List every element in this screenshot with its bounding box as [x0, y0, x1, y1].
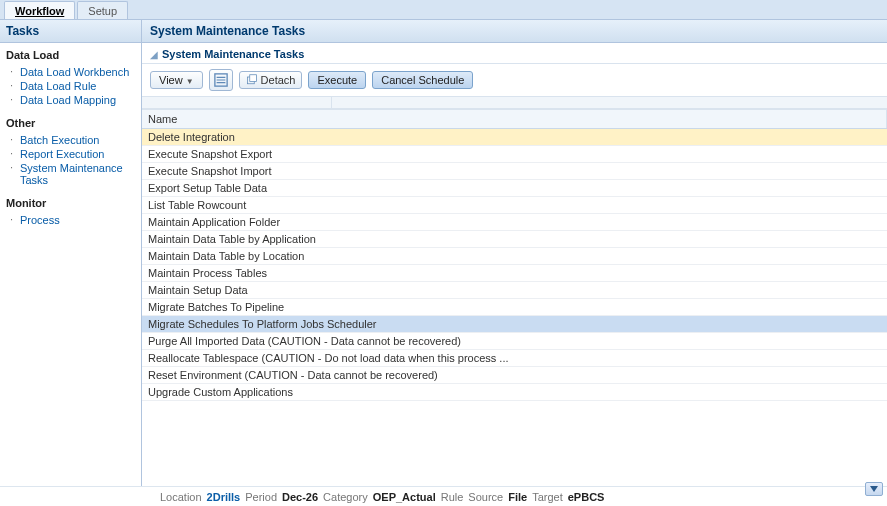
table-row[interactable]: Upgrade Custom Applications: [142, 384, 887, 401]
sidebar-item-system-maintenance-tasks[interactable]: System Maintenance Tasks: [6, 161, 141, 187]
sidebar-link[interactable]: Data Load Workbench: [20, 66, 129, 78]
table-row[interactable]: Maintain Data Table by Location: [142, 248, 887, 265]
sidebar-link[interactable]: Process: [20, 214, 60, 226]
task-name-cell[interactable]: Maintain Application Folder: [142, 214, 887, 231]
task-name-cell[interactable]: Delete Integration: [142, 129, 887, 146]
table-row[interactable]: Export Setup Table Data: [142, 180, 887, 197]
detach-button[interactable]: Detach: [239, 71, 303, 89]
table-row[interactable]: Purge All Imported Data (CAUTION - Data …: [142, 333, 887, 350]
detach-icon: [246, 74, 258, 86]
table-row[interactable]: Execute Snapshot Export: [142, 146, 887, 163]
sidebar-link[interactable]: Batch Execution: [20, 134, 100, 146]
refresh-icon-button[interactable]: [209, 69, 233, 91]
panel-subtitle: System Maintenance Tasks: [162, 48, 304, 60]
sidebar-item-batch-execution[interactable]: Batch Execution: [6, 133, 141, 147]
task-name-cell[interactable]: Maintain Setup Data: [142, 282, 887, 299]
status-target-value[interactable]: ePBCS: [568, 491, 605, 503]
sidebar-link[interactable]: Data Load Rule: [20, 80, 96, 92]
status-period-label: Period: [245, 491, 277, 503]
panel-title: System Maintenance Tasks: [142, 20, 887, 43]
status-bar: Location 2Drills Period Dec-26 Category …: [0, 486, 887, 506]
task-name-cell[interactable]: Migrate Batches To Pipeline: [142, 299, 887, 316]
sidebar-link[interactable]: System Maintenance Tasks: [20, 162, 123, 186]
sidebar-item-data-load-workbench[interactable]: Data Load Workbench: [6, 65, 141, 79]
status-location-label: Location: [160, 491, 202, 503]
task-name-cell[interactable]: Reallocate Tablespace (CAUTION - Do not …: [142, 350, 887, 367]
status-location-value[interactable]: 2Drills: [207, 491, 241, 503]
table-row[interactable]: Reset Environment (CAUTION - Data cannot…: [142, 367, 887, 384]
task-name-cell[interactable]: Reset Environment (CAUTION - Data cannot…: [142, 367, 887, 384]
status-source-value[interactable]: File: [508, 491, 527, 503]
table-row[interactable]: List Table Rowcount: [142, 197, 887, 214]
status-rule-label: Rule: [441, 491, 464, 503]
table-row[interactable]: Reallocate Tablespace (CAUTION - Do not …: [142, 350, 887, 367]
table-row[interactable]: Maintain Data Table by Application: [142, 231, 887, 248]
task-name-cell[interactable]: Maintain Data Table by Location: [142, 248, 887, 265]
sidebar-item-report-execution[interactable]: Report Execution: [6, 147, 141, 161]
sidebar-item-data-load-mapping[interactable]: Data Load Mapping: [6, 93, 141, 107]
table-row[interactable]: Maintain Setup Data: [142, 282, 887, 299]
table-row[interactable]: Maintain Application Folder: [142, 214, 887, 231]
status-category-value[interactable]: OEP_Actual: [373, 491, 436, 503]
col-name-header[interactable]: Name: [142, 110, 887, 129]
table-row[interactable]: Migrate Batches To Pipeline: [142, 299, 887, 316]
section-monitor: Monitor: [0, 191, 141, 211]
task-name-cell[interactable]: Maintain Process Tables: [142, 265, 887, 282]
cancel-schedule-button[interactable]: Cancel Schedule: [372, 71, 473, 89]
table-row[interactable]: Delete Integration: [142, 129, 887, 146]
execute-button[interactable]: Execute: [308, 71, 366, 89]
tab-setup[interactable]: Setup: [77, 1, 128, 19]
svg-rect-2: [249, 75, 256, 82]
status-period-value[interactable]: Dec-26: [282, 491, 318, 503]
sidebar-item-data-load-rule[interactable]: Data Load Rule: [6, 79, 141, 93]
task-name-cell[interactable]: Migrate Schedules To Platform Jobs Sched…: [142, 316, 887, 333]
task-name-cell[interactable]: Maintain Data Table by Application: [142, 231, 887, 248]
task-name-cell[interactable]: Export Setup Table Data: [142, 180, 887, 197]
filter-row: [142, 97, 887, 109]
status-category-label: Category: [323, 491, 368, 503]
table-row[interactable]: Execute Snapshot Import: [142, 163, 887, 180]
sidebar-link[interactable]: Data Load Mapping: [20, 94, 116, 106]
section-data-load: Data Load: [0, 43, 141, 63]
task-name-cell[interactable]: List Table Rowcount: [142, 197, 887, 214]
collapse-icon[interactable]: ◢: [150, 49, 158, 60]
sidebar-item-process[interactable]: Process: [6, 213, 141, 227]
svg-marker-3: [870, 486, 878, 492]
scroll-down-button[interactable]: [865, 482, 883, 496]
status-target-label: Target: [532, 491, 563, 503]
task-name-cell[interactable]: Upgrade Custom Applications: [142, 384, 887, 401]
tasks-header: Tasks: [0, 20, 141, 43]
tab-workflow[interactable]: Workflow: [4, 1, 75, 19]
table-row[interactable]: Maintain Process Tables: [142, 265, 887, 282]
section-other: Other: [0, 111, 141, 131]
task-name-cell[interactable]: Execute Snapshot Import: [142, 163, 887, 180]
empty-area: [142, 401, 887, 486]
task-name-cell[interactable]: Execute Snapshot Export: [142, 146, 887, 163]
task-name-cell[interactable]: Purge All Imported Data (CAUTION - Data …: [142, 333, 887, 350]
chevron-down-icon: ▼: [186, 77, 194, 86]
sidebar-link[interactable]: Report Execution: [20, 148, 104, 160]
status-source-label: Source: [468, 491, 503, 503]
table-row[interactable]: Migrate Schedules To Platform Jobs Sched…: [142, 316, 887, 333]
view-button[interactable]: View▼: [150, 71, 203, 89]
